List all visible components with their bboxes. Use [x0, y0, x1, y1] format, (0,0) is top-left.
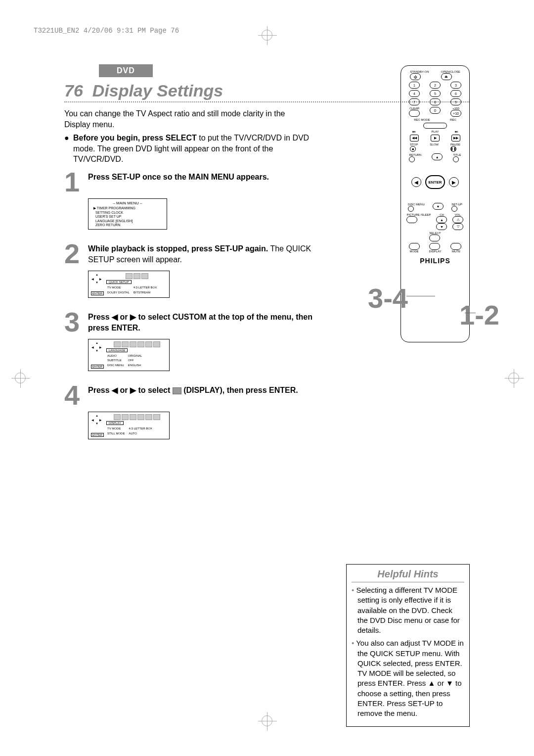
openclose-button: ⏏: [441, 73, 452, 80]
disp-row2-r: AUTO: [129, 432, 152, 436]
openclose-label: OPEN/CLOSE: [441, 70, 460, 73]
play-label: PLAY: [432, 130, 439, 133]
callout-line-12: [465, 313, 476, 313]
step-4-a: Press: [88, 386, 112, 394]
main-menu-item-4: ZERO RETURN: [95, 223, 121, 227]
lang-row3-r: ENGLISH: [128, 364, 142, 368]
mode-button: [409, 243, 420, 250]
step-2-bold: While playback is stopped, press SET-UP …: [88, 244, 268, 253]
language-enter: ENTER: [91, 365, 104, 369]
pause-label: PAUSE: [450, 143, 460, 146]
mode-label: MODE: [409, 250, 420, 253]
num-9: 9: [450, 98, 461, 105]
step-1: 1 Press SET-UP once so the MAIN MENU app…: [64, 170, 331, 194]
main-menu-item-3: LANGUAGE [ENGLISH]: [95, 219, 133, 223]
return-button: [409, 156, 415, 162]
disc-label: DISC MENU: [408, 203, 425, 206]
print-header: T3221UB_EN2 4/20/06 9:31 PM Page 76: [34, 27, 179, 35]
before-begin-bullet: ● Before you begin, press SELECT to put …: [64, 133, 312, 165]
lang-row1-r: ORIGINAL: [128, 354, 142, 358]
standby-button: ⏻: [410, 73, 421, 80]
lang-row3-l: DISC MENU: [107, 364, 127, 368]
bullet-dot-icon: ●: [64, 133, 70, 165]
picture-label: PICTURE /SLEEP: [406, 213, 431, 216]
num-2: 2: [430, 82, 441, 89]
stop-label: STOP: [410, 143, 418, 146]
num-0: 0: [430, 107, 441, 114]
recmode-label: REC MODE: [414, 118, 430, 121]
callout-line-34: [406, 296, 435, 296]
quick-setup-enter: ENTER: [91, 291, 104, 295]
language-tab: LANGUAGE: [106, 348, 128, 352]
crop-mark-top: [262, 30, 272, 41]
display-label: DISPLAY: [429, 250, 442, 253]
rec-label: REC: [450, 118, 456, 121]
before-begin-bold: Before you begin, press SELECT: [73, 134, 197, 142]
vol-up-button: △: [452, 216, 463, 223]
crop-mark-bottom: [262, 715, 272, 726]
page-number: 76: [64, 81, 83, 100]
play-button: ▶: [431, 135, 440, 142]
mute-label: MUTE: [450, 250, 461, 253]
display-enter: ENTER: [91, 433, 104, 437]
step-4: 4 Press ◀ or ▶ to select (DISPLAY), then…: [64, 383, 331, 408]
mute-button: [450, 243, 461, 250]
display-icon: [173, 387, 181, 394]
callout-1-2: 1-2: [459, 299, 499, 331]
step-4-c: (DISPLAY), then press ENTER.: [183, 386, 298, 394]
lang-row1-l: AUDIO: [107, 354, 127, 358]
crop-mark-left: [15, 373, 26, 383]
hints-title: Helpful Hints: [352, 568, 464, 580]
main-menu-item-2: USER'S SET UP: [95, 215, 122, 218]
vol-down-button: ▽: [452, 223, 463, 230]
picture-button: [406, 216, 417, 223]
pause-button: ❚❚: [450, 146, 456, 152]
lang-row2-r: OFF: [128, 359, 142, 363]
main-menu-osd: – MAIN MENU – ▶ TIMER PROGRAMMING SETTIN…: [88, 198, 167, 230]
main-menu-title: – MAIN MENU –: [90, 201, 165, 205]
display-osd: ▲ ◀▶ ▼ ENTER DISPLAY TV MODE4:3 LETTER B…: [88, 412, 170, 439]
num-8: 8: [430, 98, 441, 105]
down-button: ▼: [433, 203, 444, 210]
title-label: TITLE: [453, 153, 461, 156]
qs-row1-l: TV MODE: [107, 286, 133, 290]
select-label: SELECT: [429, 232, 441, 235]
plus10-button: +10: [450, 110, 461, 117]
rew-button: ◀◀: [410, 135, 419, 142]
step-3: 3 Press ◀ or ▶ to select CUSTOM at the t…: [64, 310, 331, 334]
disp-row2-l: STILL MODE: [107, 432, 128, 436]
intro-text: You can change the TV Aspect ratio and s…: [64, 108, 312, 130]
enter-button: ENTER: [425, 175, 445, 189]
num-1: 1: [409, 82, 420, 89]
ch-label: CH: [436, 213, 447, 216]
qs-row2-r: BITSTREAM: [134, 291, 157, 295]
disp-row1-r: 4:3 LETTER BOX: [129, 427, 152, 431]
num-6: 6: [450, 90, 461, 97]
right-button: ▶: [449, 177, 459, 187]
display-button: [429, 243, 440, 250]
disp-row1-l: TV MODE: [107, 427, 128, 431]
step-4-b: to select: [136, 386, 173, 394]
vol-label: VOL.: [452, 213, 463, 216]
quick-setup-osd: ▲ ◀▶ ▼ ENTER QUICK SETUP TV MODE4:3 LETT…: [88, 271, 170, 298]
display-tab: DISPLAY: [106, 421, 124, 425]
standby-label: STANDBY-ON: [410, 70, 429, 73]
setup-label: SET-UP: [451, 203, 462, 206]
hint-1: Selecting a different TV MODE setting is…: [352, 585, 464, 635]
lang-row2-l: SUBTITLE: [107, 359, 127, 363]
ch-up-button: ▲: [436, 216, 447, 223]
main-menu-item-1: SETTING CLOCK: [95, 211, 123, 214]
stop-button: ■: [410, 146, 416, 152]
ff-button: ▶▶: [451, 135, 460, 142]
section-tag: DVD: [99, 64, 153, 77]
step-2-number: 2: [64, 241, 88, 266]
crop-mark-right: [508, 373, 519, 383]
num-7: 7: [409, 98, 420, 105]
language-osd: ▲ ◀▶ ▼ ENTER LANGUAGE AUDIOORIGINAL SUBT…: [88, 339, 170, 371]
step-2: 2 While playback is stopped, press SET-U…: [64, 241, 331, 266]
return-label: RETURN: [409, 153, 421, 156]
step-1-text: Press SET-UP once so the MAIN MENU appea…: [88, 173, 269, 181]
num-3: 3: [450, 82, 461, 89]
qs-row2-l: DOLBY DIGITAL: [107, 291, 133, 295]
step-1-number: 1: [64, 170, 88, 194]
